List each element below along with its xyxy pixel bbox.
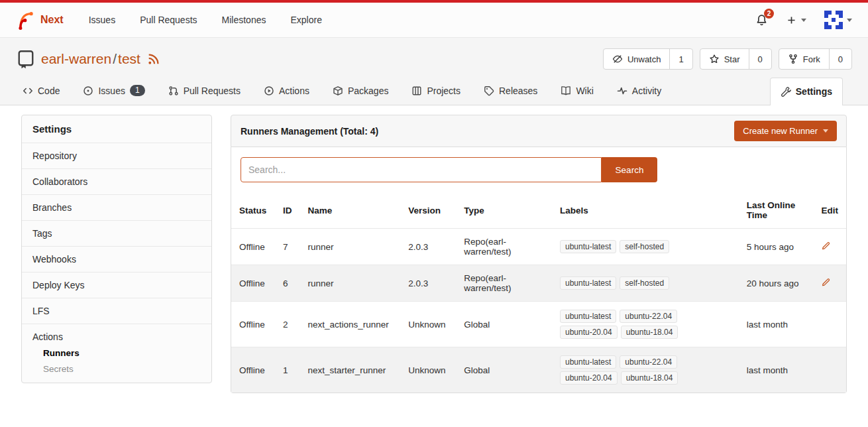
repo-name-link[interactable]: test xyxy=(118,51,140,66)
nav-link-explore[interactable]: Explore xyxy=(290,15,321,25)
runner-name: next_actions_runner xyxy=(299,302,400,347)
label-chip: ubuntu-22.04 xyxy=(620,310,677,323)
label-chip: ubuntu-18.04 xyxy=(621,371,678,385)
project-board-icon xyxy=(411,86,422,96)
repo-separator: / xyxy=(113,51,117,66)
tab-projects[interactable]: Projects xyxy=(410,78,462,105)
nav-link-milestones[interactable]: Milestones xyxy=(222,15,266,25)
settings-sidebar: Settings Repository Collaborators Branch… xyxy=(21,115,212,383)
chevron-down-icon xyxy=(847,19,852,22)
search-input[interactable] xyxy=(241,157,602,182)
label-chip: ubuntu-22.04 xyxy=(620,355,677,369)
nav-link-pull-requests[interactable]: Pull Requests xyxy=(140,15,197,25)
fork-label: Fork xyxy=(803,54,820,64)
tab-activity[interactable]: Activity xyxy=(616,78,663,105)
brand-home-link[interactable]: Next xyxy=(16,10,64,30)
sidebar-item-collaborators[interactable]: Collaborators xyxy=(22,168,211,194)
sidebar-item-actions[interactable]: Actions xyxy=(32,332,201,342)
runner-status: Offline xyxy=(231,229,275,265)
table-header-row: Status ID Name Version Type Labels Last … xyxy=(231,192,846,229)
tab-label: Wiki xyxy=(576,86,593,96)
col-header-edit: Edit xyxy=(813,192,846,229)
runner-id: 7 xyxy=(275,229,300,265)
stars-count[interactable]: 0 xyxy=(749,49,771,69)
nav-link-issues[interactable]: Issues xyxy=(89,15,115,25)
fork-button-group: Fork 0 xyxy=(779,48,852,70)
table-row: Offline 6 runner 2.0.3 Repo(earl-warren/… xyxy=(231,265,846,302)
table-row: Offline 1 next_starter_runner Unknown Gl… xyxy=(231,347,846,393)
forks-count[interactable]: 0 xyxy=(829,49,851,69)
sidebar-item-tags[interactable]: Tags xyxy=(22,220,211,246)
runner-version: 2.0.3 xyxy=(400,265,456,302)
tab-label: Pull Requests xyxy=(184,86,241,96)
repo-title: earl-warren/test xyxy=(16,49,160,69)
edit-runner-button[interactable] xyxy=(821,241,831,251)
label-chip: ubuntu-latest xyxy=(560,276,616,290)
label-chip: self-hosted xyxy=(620,240,669,253)
edit-runner-button[interactable] xyxy=(821,277,831,287)
runner-id: 6 xyxy=(275,265,300,302)
tab-packages[interactable]: Packages xyxy=(331,78,390,105)
label-chip: ubuntu-20.04 xyxy=(560,371,618,385)
runner-type: Repo(earl-warren/test) xyxy=(456,265,552,302)
star-button[interactable]: Star xyxy=(700,49,749,69)
label-chip: ubuntu-18.04 xyxy=(621,326,678,339)
col-header-last-online: Last Online Time xyxy=(739,192,814,229)
runner-id: 1 xyxy=(275,347,300,393)
runner-last-online: 20 hours ago xyxy=(739,265,814,302)
page-title: Runners Management (Total: 4) xyxy=(241,126,378,137)
create-new-runner-label: Create new Runner xyxy=(743,126,818,136)
user-menu[interactable] xyxy=(824,11,852,29)
sidebar-item-lfs[interactable]: LFS xyxy=(22,298,211,324)
fork-button[interactable]: Fork xyxy=(779,49,829,69)
runner-name: runner xyxy=(299,229,400,265)
search-row: Search xyxy=(231,147,846,192)
issue-icon xyxy=(83,86,93,96)
tab-issues[interactable]: Issues 1 xyxy=(81,78,146,105)
tag-icon xyxy=(484,86,494,96)
col-header-labels: Labels xyxy=(552,192,739,229)
tab-label: Issues xyxy=(98,86,125,96)
repo-owner-link[interactable]: earl-warren xyxy=(41,51,111,66)
sidebar-item-deploy-keys[interactable]: Deploy Keys xyxy=(22,272,211,298)
sidebar-item-secrets[interactable]: Secrets xyxy=(32,358,201,374)
col-header-version: Version xyxy=(400,192,456,229)
label-chip: self-hosted xyxy=(620,276,669,290)
plus-icon xyxy=(786,15,797,26)
tab-code[interactable]: Code xyxy=(21,78,61,105)
brand-name: Next xyxy=(40,14,64,26)
sidebar-item-webhooks[interactable]: Webhooks xyxy=(22,246,211,272)
rss-feed-icon[interactable] xyxy=(148,53,160,65)
watchers-count[interactable]: 1 xyxy=(669,49,692,69)
runner-name: next_starter_runner xyxy=(299,347,400,393)
sidebar-item-branches[interactable]: Branches xyxy=(22,194,211,220)
package-icon xyxy=(333,86,343,96)
runner-id: 2 xyxy=(275,302,300,347)
runner-type: Global xyxy=(456,347,552,393)
runner-labels: ubuntu-latest self-hosted xyxy=(560,276,700,290)
tab-actions[interactable]: Actions xyxy=(262,78,311,105)
pull-request-icon xyxy=(168,86,179,96)
tab-settings[interactable]: Settings xyxy=(770,78,843,105)
issues-count-badge: 1 xyxy=(130,85,145,96)
sidebar-item-repository[interactable]: Repository xyxy=(22,143,211,168)
panel-header: Runners Management (Total: 4) Create new… xyxy=(231,115,847,147)
runner-labels: ubuntu-latest ubuntu-22.04 ubuntu-20.04 … xyxy=(560,310,700,339)
create-new-runner-button[interactable]: Create new Runner xyxy=(734,121,837,141)
create-new-menu[interactable] xyxy=(786,15,806,26)
sidebar-item-runners[interactable]: Runners xyxy=(32,342,201,358)
col-header-name: Name xyxy=(299,192,400,229)
tab-label: Actions xyxy=(279,86,309,96)
tab-wiki[interactable]: Wiki xyxy=(559,78,594,105)
label-chip: ubuntu-latest xyxy=(560,240,616,253)
tab-pull-requests[interactable]: Pull Requests xyxy=(167,78,242,105)
runner-last-online: 5 hours ago xyxy=(739,229,814,265)
notifications-button[interactable]: 2 xyxy=(755,14,768,27)
tab-releases[interactable]: Releases xyxy=(482,78,539,105)
unwatch-button[interactable]: Unwatch xyxy=(604,49,670,69)
tab-label: Packages xyxy=(348,86,388,96)
runner-version: Unknown xyxy=(400,347,456,393)
avatar xyxy=(824,11,843,29)
search-button[interactable]: Search xyxy=(602,157,657,182)
tab-label: Code xyxy=(38,86,60,96)
